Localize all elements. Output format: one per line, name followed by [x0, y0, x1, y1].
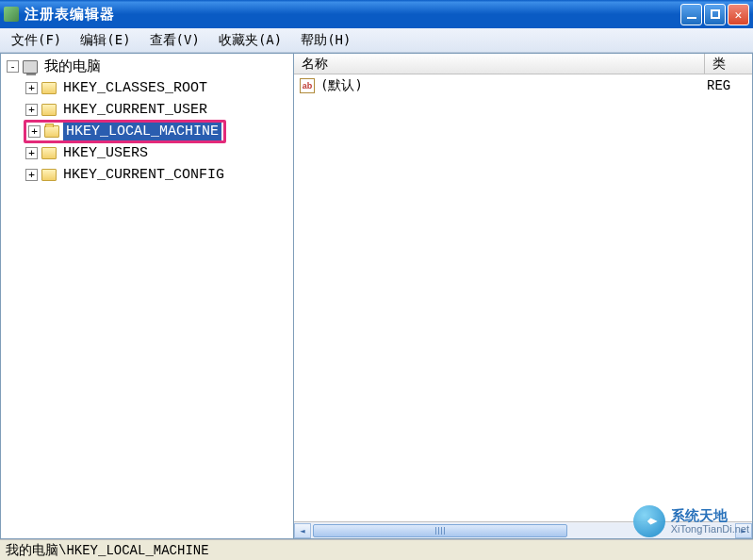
- app-icon: [4, 7, 19, 22]
- window-controls: [680, 4, 749, 25]
- computer-icon: [23, 60, 38, 74]
- tree-root-label[interactable]: 我的电脑: [41, 57, 104, 76]
- content-area: - 我的电脑 + HKEY_CLASSES_ROOT + HKEY_CURREN…: [0, 53, 753, 539]
- string-value-icon: ab: [300, 78, 315, 93]
- watermark-url: XiTongTianDi.net: [671, 523, 749, 535]
- statusbar: 我的电脑\HKEY_LOCAL_MACHINE: [0, 539, 753, 560]
- column-header-type[interactable]: 类: [705, 54, 752, 74]
- column-header-name[interactable]: 名称: [294, 54, 705, 74]
- tree-item-label[interactable]: HKEY_USERS: [60, 144, 151, 162]
- watermark: 系统天地 XiTongTianDi.net: [633, 505, 749, 537]
- value-type: REG: [707, 78, 746, 93]
- tree-item-label[interactable]: HKEY_CURRENT_USER: [60, 101, 210, 119]
- list-header: 名称 类: [294, 54, 752, 74]
- folder-icon: [41, 104, 57, 116]
- close-button[interactable]: [728, 4, 749, 25]
- expand-icon[interactable]: +: [25, 169, 38, 181]
- menu-favorites[interactable]: 收藏夹(A): [209, 29, 291, 52]
- tree-item-label-selected[interactable]: HKEY_LOCAL_MACHINE: [63, 123, 221, 140]
- scroll-grip-icon: [435, 527, 445, 535]
- menu-help[interactable]: 帮助(H): [291, 29, 360, 52]
- expand-icon[interactable]: +: [25, 104, 38, 116]
- watermark-name: 系统天地: [671, 508, 749, 524]
- expand-icon[interactable]: +: [25, 82, 38, 94]
- expand-icon[interactable]: +: [25, 147, 38, 159]
- tree-item-hkcu[interactable]: + HKEY_CURRENT_USER: [1, 99, 293, 121]
- minimize-button[interactable]: [680, 4, 702, 25]
- folder-open-icon: [44, 125, 59, 138]
- list-body[interactable]: ab (默认) REG: [294, 74, 752, 521]
- collapse-icon[interactable]: -: [7, 60, 19, 73]
- list-row[interactable]: ab (默认) REG: [296, 76, 750, 95]
- expand-icon[interactable]: +: [28, 125, 41, 138]
- tree-root[interactable]: - 我的电脑: [1, 56, 293, 77]
- tree-item-label[interactable]: HKEY_CLASSES_ROOT: [60, 79, 210, 97]
- titlebar: 注册表编辑器: [0, 0, 753, 28]
- menu-view[interactable]: 查看(V): [140, 29, 209, 52]
- scroll-thumb[interactable]: [313, 524, 567, 537]
- tree-item-label[interactable]: HKEY_CURRENT_CONFIG: [60, 166, 227, 184]
- list-panel: 名称 类 ab (默认) REG ◄ ►: [294, 53, 753, 539]
- watermark-text: 系统天地 XiTongTianDi.net: [671, 508, 749, 535]
- value-name[interactable]: (默认): [320, 77, 707, 94]
- maximize-button[interactable]: [704, 4, 726, 25]
- menu-edit[interactable]: 编辑(E): [71, 29, 139, 52]
- scroll-left-arrow-icon[interactable]: ◄: [294, 523, 311, 538]
- menu-file[interactable]: 文件(F): [2, 29, 71, 52]
- highlight-box: + HKEY_LOCAL_MACHINE: [24, 120, 226, 143]
- menubar: 文件(F) 编辑(E) 查看(V) 收藏夹(A) 帮助(H): [0, 28, 753, 53]
- tree-item-hkcr[interactable]: + HKEY_CLASSES_ROOT: [1, 77, 293, 99]
- folder-icon: [41, 82, 57, 94]
- watermark-logo-icon: [633, 505, 665, 537]
- window-title: 注册表编辑器: [25, 6, 680, 24]
- tree-item-hklm[interactable]: + HKEY_LOCAL_MACHINE: [1, 121, 293, 142]
- tree-item-hku[interactable]: + HKEY_USERS: [1, 142, 293, 164]
- folder-icon: [41, 169, 57, 181]
- tree-item-hkcc[interactable]: + HKEY_CURRENT_CONFIG: [1, 164, 293, 186]
- folder-icon: [41, 147, 57, 159]
- status-path: 我的电脑\HKEY_LOCAL_MACHINE: [6, 543, 209, 558]
- tree-panel[interactable]: - 我的电脑 + HKEY_CLASSES_ROOT + HKEY_CURREN…: [0, 53, 294, 539]
